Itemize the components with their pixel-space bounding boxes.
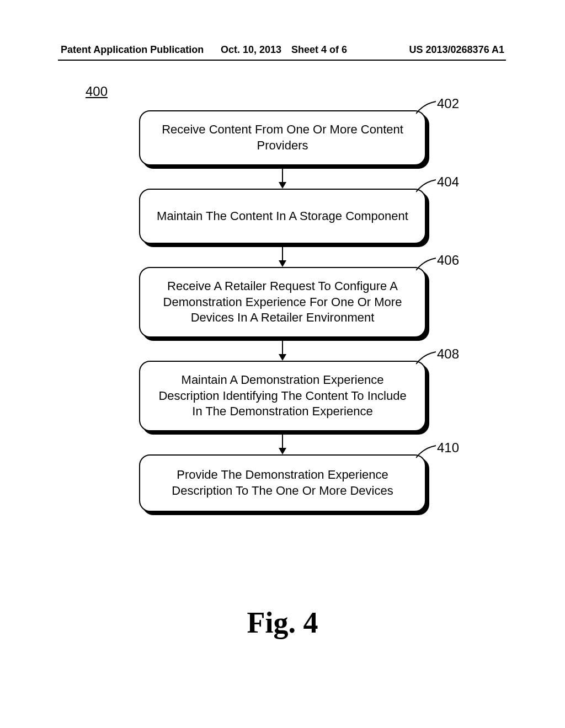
arrowhead-icon <box>279 354 286 361</box>
step-reference-label: 408 <box>437 346 459 362</box>
flow-step: Receive Content From One Or More Content… <box>139 110 426 165</box>
step-reference-label: 404 <box>437 174 459 190</box>
arrowhead-icon <box>279 260 286 267</box>
step-box: Provide The Demonstration Experience Des… <box>139 454 426 512</box>
sheet-number: Sheet 4 of 6 <box>291 44 347 56</box>
step-box: Maintain The Content In A Storage Compon… <box>139 189 426 244</box>
flow-step: Receive A Retailer Request To Configure … <box>139 267 426 338</box>
publication-date: Oct. 10, 2013 <box>221 44 281 56</box>
leader-line-icon <box>416 445 438 461</box>
step-box: Receive Content From One Or More Content… <box>139 110 426 165</box>
step-box: Receive A Retailer Request To Configure … <box>139 267 426 338</box>
flow-step: Provide The Demonstration Experience Des… <box>139 454 426 512</box>
header-rule <box>58 60 506 61</box>
flow-step: Maintain A Demonstration Experience Desc… <box>139 361 426 431</box>
arrowhead-icon <box>279 448 286 454</box>
leader-line-icon <box>416 351 438 367</box>
figure-reference-number: 400 <box>86 84 108 99</box>
publication-label: Patent Application Publication <box>61 44 204 56</box>
leader-line-icon <box>416 100 438 117</box>
step-reference-label: 406 <box>437 253 459 268</box>
step-reference-label: 410 <box>437 440 459 456</box>
flow-step: Maintain The Content In A Storage Compon… <box>139 189 426 244</box>
flowchart: Receive Content From One Or More Content… <box>0 110 565 512</box>
figure-caption: Fig. 4 <box>0 606 565 640</box>
leader-line-icon <box>416 179 438 195</box>
publication-number: US 2013/0268376 A1 <box>409 44 504 56</box>
step-reference-label: 402 <box>437 96 459 111</box>
step-box: Maintain A Demonstration Experience Desc… <box>139 361 426 431</box>
arrowhead-icon <box>279 182 286 189</box>
leader-line-icon <box>416 257 438 274</box>
